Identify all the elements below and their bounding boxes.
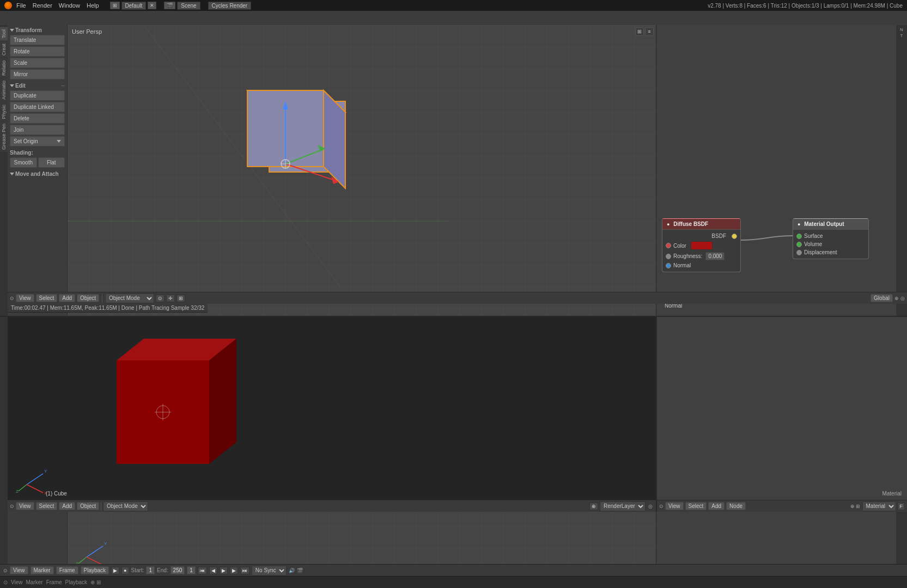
upper-view-btn[interactable]: View xyxy=(16,294,34,302)
br-view-btn[interactable]: View xyxy=(665,502,684,510)
screen-layout-label[interactable]: Default xyxy=(121,2,147,10)
menu-help[interactable]: Help xyxy=(87,2,99,9)
br-node-btn[interactable]: Node xyxy=(726,502,746,510)
record-btn[interactable]: ● xyxy=(121,567,129,574)
prop-icon[interactable]: ◎ xyxy=(900,296,905,301)
br-add-btn[interactable]: Add xyxy=(708,502,725,510)
start-value[interactable]: 1 xyxy=(146,566,155,574)
render-layer-sel[interactable]: RenderLayer xyxy=(600,501,646,511)
side-tab-create[interactable]: Creat xyxy=(0,41,8,58)
render-vp-icon2[interactable]: ⊕ xyxy=(589,503,598,510)
audio-icon[interactable]: 🔊 xyxy=(289,568,295,573)
screen-layout-x[interactable]: ✕ xyxy=(148,2,156,9)
menu-window[interactable]: Window xyxy=(59,2,80,9)
bottom-view-label[interactable]: View xyxy=(11,579,23,585)
next-frame-btn[interactable]: ▶ xyxy=(230,567,238,574)
bottom-marker-label[interactable]: Marker xyxy=(26,579,43,585)
rotate-button[interactable]: Rotate xyxy=(10,46,65,57)
upper-select-btn[interactable]: Select xyxy=(36,294,58,302)
render-viewport[interactable]: Y X Z (1) Cube ⊙ View Select Add Object … xyxy=(8,317,656,512)
menu-render[interactable]: Render xyxy=(33,2,52,9)
duplicate-button[interactable]: Duplicate xyxy=(10,90,65,101)
surface-socket[interactable] xyxy=(796,234,802,239)
lower-section: Y X Z (1) Cube ⊙ View Select Add Object … xyxy=(0,316,907,512)
set-origin-button[interactable]: Set Origin xyxy=(10,136,65,146)
mirror-button[interactable]: Mirror xyxy=(10,69,65,79)
render-add-btn[interactable]: Add xyxy=(59,502,75,510)
timeline-marker-btn[interactable]: Marker xyxy=(31,566,54,574)
transform-collapse-icon[interactable] xyxy=(10,29,14,32)
timeline-frame-btn[interactable]: Frame xyxy=(56,566,78,574)
snap-btn[interactable]: ⊕ xyxy=(894,296,899,301)
bottom-icon[interactable]: ⊙ xyxy=(3,579,8,585)
render-object-btn[interactable]: Object xyxy=(77,502,99,510)
side-tab-grease-pen[interactable]: Grease Pen xyxy=(0,121,8,152)
duplicate-linked-button[interactable]: Duplicate Linked xyxy=(10,102,65,112)
manipulator-icon[interactable]: ✛ xyxy=(166,295,175,302)
upper-object-btn[interactable]: Object xyxy=(77,294,99,302)
upper-vp-icon[interactable]: ⊙ xyxy=(10,296,14,301)
join-button[interactable]: Join xyxy=(10,125,65,135)
sync-select[interactable]: No Sync xyxy=(252,566,287,575)
menu-file[interactable]: File xyxy=(16,2,26,9)
side-tab-animation[interactable]: Animatio xyxy=(0,78,8,102)
current-frame[interactable]: 1 xyxy=(187,566,196,574)
normal-socket[interactable] xyxy=(666,263,671,268)
end-value[interactable]: 250 xyxy=(171,566,185,574)
translate-button[interactable]: Translate xyxy=(10,35,65,45)
timeline-playback-btn[interactable]: Playback xyxy=(81,566,109,574)
render-snap[interactable]: ◎ xyxy=(647,504,654,509)
skip-start-btn[interactable]: ⏮ xyxy=(198,567,207,574)
scale-button[interactable]: Scale xyxy=(10,58,65,68)
bsdf-socket[interactable] xyxy=(732,234,737,239)
upper-mode-select[interactable]: Object Mode xyxy=(105,293,154,303)
delete-button[interactable]: Delete xyxy=(10,113,65,124)
maximize-viewport-btn[interactable]: ⊞ xyxy=(635,27,644,36)
play-btn[interactable]: ▶ xyxy=(111,567,119,574)
node-tab2[interactable]: T xyxy=(900,33,903,38)
move-attach-icon[interactable] xyxy=(10,173,14,175)
bottom-frame-label[interactable]: Frame xyxy=(46,579,62,585)
render-engine-label[interactable]: Cycles Render xyxy=(208,2,252,10)
upper-add-btn[interactable]: Add xyxy=(59,294,75,302)
color-socket[interactable] xyxy=(666,243,671,248)
color-swatch[interactable] xyxy=(691,241,713,250)
br-icons[interactable]: ⊕ ⊞ xyxy=(850,504,861,509)
edit-title: Edit ··· xyxy=(10,83,65,89)
render-view-btn[interactable]: View xyxy=(16,502,34,510)
scene-label[interactable]: Scene xyxy=(177,2,200,10)
displacement-socket[interactable] xyxy=(796,250,802,255)
render-mode-sel[interactable]: Object Mode xyxy=(103,501,148,511)
volume-socket[interactable] xyxy=(796,242,802,247)
bottom-status-bar: ⊙ View Marker Frame Playback ▶ ● Start: … xyxy=(0,564,907,576)
render-vp-icon[interactable]: ⊙ xyxy=(10,504,14,509)
play-pause-btn[interactable]: ▶ xyxy=(220,567,228,574)
timeline-icon[interactable]: ⊙ xyxy=(3,568,8,573)
edit-collapse-icon[interactable] xyxy=(10,84,14,87)
diffuse-node-header: ● Diffuse BSDF xyxy=(662,219,740,230)
roughness-value[interactable]: 0.000 xyxy=(705,252,725,260)
screen-layout-icon[interactable]: ⊞ xyxy=(110,2,120,9)
side-tab-tool[interactable]: Tool xyxy=(0,27,8,41)
layer-icon[interactable]: ⊞ xyxy=(176,295,185,302)
smooth-button[interactable]: Smooth xyxy=(10,157,37,168)
node-tab1[interactable]: N xyxy=(900,27,903,32)
side-tab-physics[interactable]: Physic xyxy=(0,102,8,121)
render-select-btn[interactable]: Select xyxy=(36,502,58,510)
side-tab-relation[interactable]: Relatio xyxy=(0,58,8,78)
br-material-sel[interactable]: Material xyxy=(862,501,896,511)
pivot-icon[interactable]: ⊙ xyxy=(156,295,165,302)
bottom-playback-label[interactable]: Playback xyxy=(65,579,88,585)
video-icon[interactable]: 🎬 xyxy=(297,568,303,573)
flat-button[interactable]: Flat xyxy=(38,157,65,168)
timeline-view-btn[interactable]: View xyxy=(10,566,28,574)
upper-global-btn[interactable]: Global xyxy=(871,294,893,302)
roughness-socket[interactable] xyxy=(666,254,671,259)
br-f-btn[interactable]: F xyxy=(898,503,905,510)
scene-icon[interactable]: 🎬 xyxy=(164,2,175,9)
br-icon[interactable]: ⊙ xyxy=(659,504,663,509)
viewport-settings-btn[interactable]: ≡ xyxy=(645,27,654,36)
br-select-btn[interactable]: Select xyxy=(685,502,707,510)
skip-end-btn[interactable]: ⏭ xyxy=(240,567,249,574)
prev-frame-btn[interactable]: ◀ xyxy=(209,567,217,574)
